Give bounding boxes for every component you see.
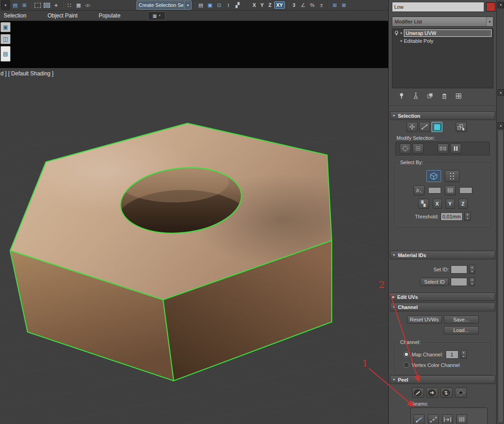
select-by-dots-button[interactable]	[445, 170, 459, 182]
viewport-shading-label[interactable]: d ] [ Default Shading ]	[0, 70, 53, 77]
panel-flyout-arrow-icon[interactable]: ▼	[498, 2, 504, 8]
scene-explorer-icon[interactable]: ▤	[11, 1, 19, 9]
rollout-material-ids-header[interactable]: ▼ Material IDs ∷	[390, 251, 495, 259]
select-y-button[interactable]: Y	[446, 199, 455, 209]
uv-grid-button[interactable]	[456, 414, 467, 424]
uv-area-button[interactable]	[445, 185, 456, 195]
selection-set-icon[interactable]: ▦	[74, 1, 83, 9]
object-name-field[interactable]	[392, 2, 484, 12]
save-button[interactable]: Save...	[444, 315, 479, 324]
uv-area-field[interactable]	[459, 187, 472, 194]
document-panel-icon[interactable]: ▤	[0, 46, 11, 62]
tab-populate[interactable]: Populate	[99, 12, 120, 19]
spinner-down-icon[interactable]: ▼	[461, 355, 466, 359]
remove-modifier-button[interactable]	[441, 92, 447, 99]
vertex-subobject-button[interactable]	[407, 122, 418, 132]
point-to-point-seam-button[interactable]	[428, 414, 439, 424]
grow-selection-button[interactable]	[400, 143, 411, 154]
select-id-spinner[interactable]: ▲▼	[469, 277, 475, 286]
tab-selection[interactable]: Selection	[4, 12, 26, 19]
load-button[interactable]: Load...	[444, 326, 479, 334]
explorer-panel-icon[interactable]: ◫	[0, 34, 11, 44]
ribbon-mini-toolbar[interactable]: ▦ ▼	[148, 11, 165, 20]
select-by-cube-button[interactable]	[426, 170, 441, 182]
planar-angle-button[interactable]: b	[413, 185, 425, 195]
quick-peel-button[interactable]	[426, 388, 438, 398]
select-id-button[interactable]: Select ID	[420, 278, 449, 286]
uv-editor-icon[interactable]: ▣	[206, 1, 214, 9]
viewport[interactable]: d ] [ Default Shading ]	[0, 68, 388, 424]
modifier-list-dropdown[interactable]: Modifier List ▼	[392, 17, 493, 27]
toolbar-flyout-arrow-icon[interactable]: ▼	[1, 0, 10, 10]
ring-selection-button[interactable]	[437, 143, 448, 154]
utilities-icon[interactable]: ▞	[233, 1, 242, 9]
tab-object-paint[interactable]: Object Paint	[47, 12, 77, 19]
spinner-up-icon[interactable]: ▲	[470, 265, 475, 269]
loop-selection-button[interactable]	[450, 143, 461, 154]
checker-pattern-button[interactable]: ▚	[418, 199, 429, 209]
layer-manager-icon[interactable]: ⊞	[20, 1, 28, 9]
pin-stack-button[interactable]	[398, 92, 405, 99]
reset-uvws-button[interactable]: Reset UVWs	[407, 315, 442, 324]
rollout-channel-header[interactable]: ▼ Channel ∷	[390, 303, 495, 311]
vertex-color-radio[interactable]	[403, 362, 409, 368]
select-id-field[interactable]	[451, 278, 467, 286]
map-channel-spinner[interactable]: ▲▼	[461, 350, 467, 359]
shrink-selection-button[interactable]	[413, 143, 424, 154]
modifier-stack-item-unwrap-uvw[interactable]: ▸ Unwrap UVW	[392, 29, 493, 37]
crossing-selection-region-icon[interactable]	[43, 1, 51, 9]
angle-snap-icon[interactable]: ∠	[299, 1, 307, 9]
spinner-up-icon[interactable]: ▲	[465, 212, 470, 217]
ibeam-icon[interactable]: I	[224, 1, 232, 9]
spinner-down-icon[interactable]: ▼	[470, 269, 475, 274]
expand-arrow-icon[interactable]: ▸	[401, 39, 402, 43]
axis-z-button[interactable]: Z	[266, 1, 273, 9]
show-end-result-button[interactable]	[413, 92, 419, 99]
make-unique-button[interactable]	[427, 92, 433, 99]
spinner-down-icon[interactable]: ▼	[465, 217, 470, 221]
viewport-canvas[interactable]	[0, 68, 388, 424]
axis-xy-button[interactable]: XY	[274, 1, 285, 9]
element-subobject-button[interactable]	[456, 122, 467, 132]
command-panel-scrollbar[interactable]: ▼ ▲ ▲	[496, 0, 504, 424]
set-id-spinner[interactable]: ▲▼	[469, 265, 475, 274]
grid-dots-icon[interactable]: ∷	[65, 1, 74, 9]
mirror-icon[interactable]: ◁▷	[84, 1, 92, 9]
modifier-stack-item-editable-poly[interactable]: ▸ Editable Poly	[392, 37, 493, 45]
map-channel-field[interactable]: 1	[446, 350, 459, 359]
configure-modifier-sets-button[interactable]	[455, 92, 462, 99]
spinner-down-icon[interactable]: ▼	[470, 282, 475, 286]
edit-seams-button[interactable]	[413, 414, 425, 424]
threshold-spinner[interactable]: ▲▼	[464, 212, 470, 221]
edge-subobject-button[interactable]	[419, 122, 430, 132]
map-channel-radio[interactable]	[403, 351, 409, 357]
rollout-edit-uvs-header[interactable]: ▶ Edit UVs ∷	[390, 292, 495, 301]
rectangular-selection-region-icon[interactable]	[34, 1, 42, 9]
percent-snap-icon[interactable]: %	[308, 1, 317, 9]
grid-window-2-icon[interactable]: ⊠	[340, 1, 348, 9]
polygon-subobject-button[interactable]	[431, 122, 442, 132]
threshold-field[interactable]: 0,01mm	[441, 212, 463, 221]
scroll-up-icon[interactable]: ▲	[498, 89, 504, 96]
select-x-button[interactable]: X	[433, 199, 442, 209]
expand-arrow-icon[interactable]: ▸	[401, 31, 402, 35]
rollout-peel-header[interactable]: ▼ Peel ∷	[390, 375, 495, 384]
snaps-toggle-icon[interactable]: 3	[290, 1, 298, 9]
select-z-button[interactable]: Z	[459, 199, 468, 209]
modifier-bulb-icon[interactable]	[394, 30, 399, 36]
notepad-icon[interactable]: ▤	[197, 1, 205, 9]
set-id-field[interactable]	[451, 265, 467, 274]
axis-x-button[interactable]: X	[251, 1, 258, 9]
spinner-up-icon[interactable]: ▲	[470, 278, 475, 282]
move-tool-icon[interactable]: +	[52, 1, 60, 9]
scrollbar-thumb[interactable]	[498, 130, 504, 423]
edge-selection-to-seams-button[interactable]	[442, 414, 453, 424]
rollout-selection-header[interactable]: ▼ Selection ∷	[390, 111, 495, 120]
scroll-up-icon-2[interactable]: ▲	[498, 122, 504, 129]
peel-mode-button[interactable]	[441, 388, 453, 398]
viewport-layout-icon[interactable]: ▣	[0, 22, 11, 32]
pelt-map-button[interactable]	[455, 388, 467, 398]
create-selection-set-combo[interactable]: Create Selection Se ▼	[136, 0, 192, 10]
planar-angle-field[interactable]	[428, 187, 441, 194]
object-color-swatch[interactable]	[486, 2, 495, 11]
